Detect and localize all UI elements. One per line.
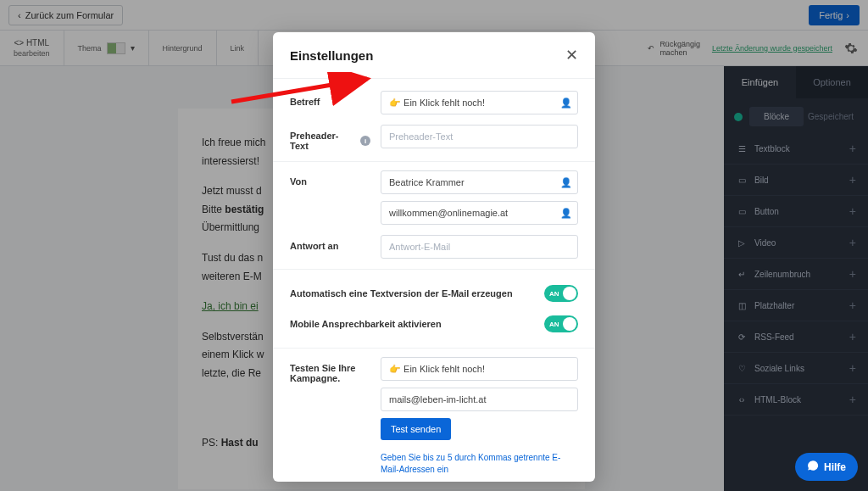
svg-line-0 xyxy=(231,79,367,102)
antwort-label: Antwort an xyxy=(290,235,370,251)
person-icon[interactable]: 👤 xyxy=(560,98,572,109)
help-label: Hilfe xyxy=(824,461,846,473)
annotation-arrow-icon xyxy=(227,72,376,106)
von-label: Von xyxy=(290,170,370,187)
test-label: Testen Sie IhreKampagne. xyxy=(290,357,370,383)
toggle-responsive-label: Mobile Ansprechbarkeit aktivieren xyxy=(290,319,442,329)
preheader-label: Preheader-Text i xyxy=(290,125,370,151)
test-hint: Geben Sie bis zu 5 durch Kommas getrennt… xyxy=(381,452,578,476)
modal-title: Einstellungen xyxy=(290,48,373,63)
chat-icon xyxy=(807,460,819,474)
toggle-responsive[interactable]: AN xyxy=(544,315,578,332)
toggle-textversion[interactable]: AN xyxy=(544,285,578,302)
close-icon[interactable]: ✕ xyxy=(565,46,578,64)
antwort-input[interactable] xyxy=(381,235,578,259)
von-name-input[interactable] xyxy=(381,170,578,194)
help-button[interactable]: Hilfe xyxy=(795,453,858,481)
person-icon[interactable]: 👤 xyxy=(560,208,572,219)
betreff-input[interactable] xyxy=(381,91,578,114)
test-send-button[interactable]: Test senden xyxy=(381,418,451,440)
test-subject-input[interactable] xyxy=(381,357,578,381)
person-icon[interactable]: 👤 xyxy=(560,177,572,188)
info-icon[interactable]: i xyxy=(360,136,370,146)
test-email-input[interactable] xyxy=(381,388,578,411)
toggle-textversion-label: Automatisch eine Textversion der E-Mail … xyxy=(290,288,513,299)
preheader-input[interactable] xyxy=(381,125,578,148)
von-email-input[interactable] xyxy=(381,201,578,225)
